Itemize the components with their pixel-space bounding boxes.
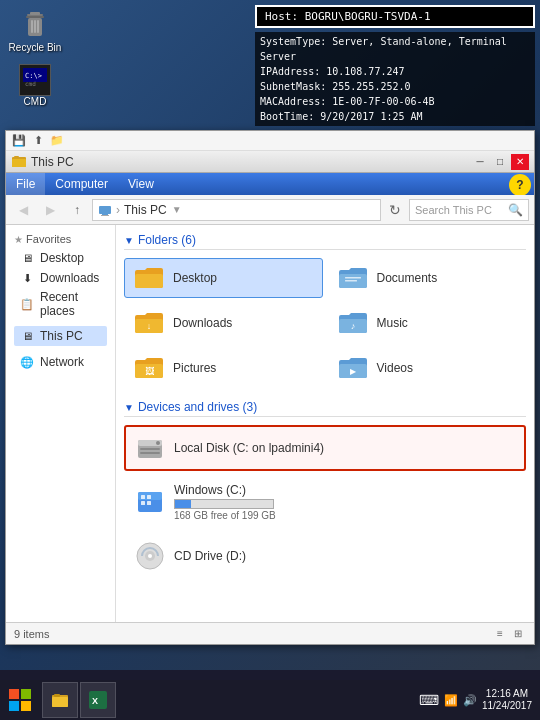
recycle-bin-label: Recycle Bin — [9, 42, 62, 53]
pictures-folder-item[interactable]: 🖼 Pictures — [124, 348, 323, 388]
status-bar: 9 items ≡ ⊞ — [6, 622, 534, 644]
sidebar-item-desktop[interactable]: 🖥 Desktop — [14, 248, 107, 268]
documents-folder-svg — [337, 264, 369, 292]
folders-arrow-icon: ▼ — [124, 235, 134, 246]
devices-section-header: ▼ Devices and drives (3) — [124, 400, 526, 417]
svg-rect-1 — [30, 12, 40, 15]
grid-view-button[interactable]: ⊞ — [510, 626, 526, 642]
view-buttons: ≡ ⊞ — [492, 626, 526, 642]
search-icon[interactable]: 🔍 — [508, 203, 523, 217]
desktop-folder-label: Desktop — [173, 271, 217, 285]
boot-time-text: BootTime: 9/20/2017 1:25 AM — [260, 109, 530, 124]
cmd-icon-desktop[interactable]: C:\> cmd CMD — [5, 61, 65, 110]
local-disk-label: Local Disk (C: on lpadmini4) — [174, 441, 324, 455]
taskbar-excel[interactable]: X — [80, 682, 116, 718]
downloads-folder-item[interactable]: ↓ Downloads — [124, 303, 323, 343]
title-bar-left: This PC — [11, 154, 74, 170]
videos-folder-item[interactable]: ▶ Videos — [328, 348, 527, 388]
downloads-folder-label: Downloads — [173, 316, 232, 330]
breadcrumb-bar[interactable]: › This PC ▼ — [92, 199, 381, 221]
cd-drive-item[interactable]: CD Drive (D:) — [124, 533, 526, 579]
svg-rect-39 — [147, 501, 151, 505]
quick-save-btn[interactable]: 💾 — [11, 133, 27, 149]
start-button[interactable] — [0, 680, 40, 720]
svg-text:♪: ♪ — [350, 321, 355, 331]
svg-rect-45 — [9, 701, 19, 711]
list-view-button[interactable]: ≡ — [492, 626, 508, 642]
maximize-button[interactable]: □ — [491, 154, 509, 170]
recycle-bin-icon[interactable]: Recycle Bin — [5, 5, 65, 56]
windows-c-bar-container — [174, 499, 274, 509]
back-button[interactable]: ◀ — [11, 198, 35, 222]
svg-rect-12 — [12, 159, 26, 167]
search-box[interactable]: Search This PC 🔍 — [409, 199, 529, 221]
host-label: Host: — [265, 10, 298, 23]
windows-c-bar — [175, 500, 191, 508]
svg-rect-32 — [140, 448, 160, 450]
windows-c-info: Windows (C:) 168 GB free of 199 GB — [174, 483, 276, 521]
recent-places-icon: 📋 — [19, 296, 35, 312]
info-overlay: Host: BOGRU\BOGRU-TSVDA-1 SystemType: Se… — [90, 5, 535, 126]
documents-folder-label: Documents — [377, 271, 438, 285]
svg-text:C:\>: C:\> — [25, 72, 42, 80]
devices-arrow-icon: ▼ — [124, 402, 134, 413]
taskbar-tray: ⌨ 📶 🔊 12:16 AM 11/24/2017 — [411, 688, 540, 712]
desktop-icons: Recycle Bin C:\> cmd CMD — [5, 5, 65, 110]
music-folder-item[interactable]: ♪ Music — [328, 303, 527, 343]
forward-button[interactable]: ▶ — [38, 198, 62, 222]
quick-toolbar: 💾 ⬆ 📁 — [6, 131, 534, 151]
music-folder-label: Music — [377, 316, 408, 330]
tray-clock: 12:16 AM 11/24/2017 — [482, 688, 532, 712]
menu-view[interactable]: View — [118, 173, 164, 195]
local-disk-item[interactable]: Local Disk (C: on lpadmini4) — [124, 425, 526, 471]
subnet-mask-text: SubnetMask: 255.255.252.0 — [260, 79, 530, 94]
downloads-folder-svg: ↓ — [133, 309, 165, 337]
minimize-button[interactable]: ─ — [471, 154, 489, 170]
svg-rect-49 — [54, 694, 60, 697]
windows-c-size: 168 GB free of 199 GB — [174, 510, 276, 521]
sidebar-item-this-pc[interactable]: 🖥 This PC — [14, 326, 107, 346]
explorer-window: 💾 ⬆ 📁 This PC ─ □ ✕ File — [5, 130, 535, 645]
sidebar-item-downloads[interactable]: ⬇ Downloads — [14, 268, 107, 288]
quick-new-folder-btn[interactable]: 📁 — [49, 133, 65, 149]
host-value: BOGRU\BOGRU-TSVDA-1 — [305, 10, 431, 23]
svg-rect-44 — [21, 689, 31, 699]
svg-rect-19 — [345, 277, 361, 279]
taskbar-items: X — [40, 680, 411, 720]
sidebar-item-network[interactable]: 🌐 Network — [14, 352, 107, 372]
windows-c-icon — [134, 486, 166, 518]
taskbar-file-explorer[interactable] — [42, 682, 78, 718]
cd-drive-label: CD Drive (D:) — [174, 549, 246, 563]
folder-grid: Desktop Documents — [124, 258, 526, 388]
keyboard-icon: ⌨ — [419, 692, 439, 708]
refresh-button[interactable]: ↻ — [384, 199, 406, 221]
svg-rect-14 — [99, 206, 111, 214]
svg-rect-4 — [31, 20, 33, 33]
svg-rect-17 — [135, 274, 163, 288]
title-bar-controls: ─ □ ✕ — [471, 154, 529, 170]
svg-rect-20 — [345, 280, 357, 282]
quick-up-btn[interactable]: ⬆ — [30, 133, 46, 149]
desktop-folder-svg — [133, 264, 165, 292]
sidebar-item-recent[interactable]: 📋 Recent places — [14, 288, 107, 320]
svg-text:↓: ↓ — [147, 321, 152, 331]
menu-computer[interactable]: Computer — [45, 173, 118, 195]
devices-header-text: Devices and drives (3) — [138, 400, 257, 414]
svg-rect-43 — [9, 689, 19, 699]
up-button[interactable]: ↑ — [65, 198, 89, 222]
breadcrumb-this-pc: This PC — [124, 203, 167, 217]
system-type-text: SystemType: Server, Stand-alone, Termina… — [260, 34, 530, 64]
ip-address-text: IPAddress: 10.108.77.247 — [260, 64, 530, 79]
documents-folder-item[interactable]: Documents — [328, 258, 527, 298]
svg-rect-13 — [14, 156, 19, 159]
svg-rect-6 — [37, 20, 39, 33]
svg-rect-16 — [101, 215, 109, 216]
desktop-folder-item[interactable]: Desktop — [124, 258, 323, 298]
svg-text:cmd: cmd — [25, 80, 36, 87]
windows-c-item[interactable]: Windows (C:) 168 GB free of 199 GB — [124, 476, 526, 528]
sidebar-network-section: 🌐 Network — [6, 349, 115, 375]
close-button[interactable]: ✕ — [511, 154, 529, 170]
svg-text:▶: ▶ — [350, 367, 357, 376]
help-button[interactable]: ? — [509, 174, 531, 196]
menu-file[interactable]: File — [6, 173, 45, 195]
